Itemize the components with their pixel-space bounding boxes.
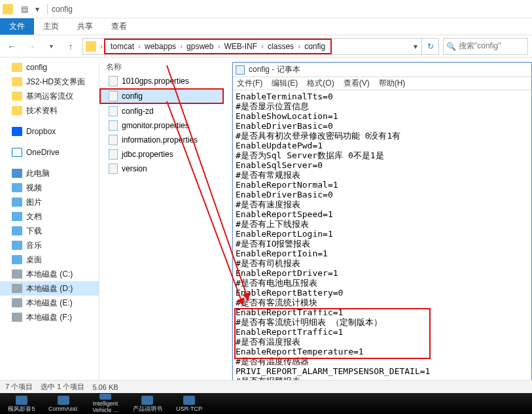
recent-dropdown[interactable]: ▾ (43, 39, 59, 54)
app-icon (183, 396, 195, 405)
tree-lib[interactable]: 文档 (0, 209, 99, 224)
separator (47, 4, 48, 14)
notepad-content[interactable]: EnableTerminalTts=0 #是否显示位置信息 EnableShow… (233, 90, 531, 402)
tree-label: 本地磁盘 (F:) (26, 312, 72, 323)
address-bar[interactable]: › tomcat› webapps› gpsweb› WEB-INF› clas… (82, 38, 439, 55)
pc-icon (12, 169, 22, 178)
taskbar-app[interactable]: 模风影音5 (1, 394, 42, 413)
videos-icon (12, 183, 22, 192)
file-list: 名称 1010gps.properties config config-zd g… (99, 58, 224, 380)
chevron-right-icon[interactable]: › (216, 42, 221, 51)
up-button[interactable]: ↑ (63, 39, 79, 54)
properties-icon[interactable]: ▤ (18, 3, 30, 15)
tree-label: 音乐 (26, 240, 42, 251)
onedrive-icon (12, 148, 22, 157)
tree-this-pc[interactable]: 此电脑 (0, 166, 99, 181)
tree-lib[interactable]: 桌面 (0, 252, 99, 267)
menu-view[interactable]: 查看(V) (344, 78, 370, 89)
file-row[interactable]: config (99, 88, 224, 104)
chevron-right-icon[interactable]: › (179, 42, 184, 51)
menu-file[interactable]: 文件(F) (237, 78, 262, 89)
tree-label: Dropbox (26, 127, 56, 136)
tree-onedrive[interactable]: OneDrive (0, 145, 99, 160)
breadcrumb: tomcat› webapps› gpsweb› WEB-INF› classe… (104, 39, 332, 54)
app-icon (141, 396, 153, 405)
tree-drive[interactable]: 本地磁盘 (D:) (0, 281, 99, 296)
qat-dropdown-icon[interactable]: ▾ (31, 3, 43, 15)
search-icon: 🔍 (446, 42, 456, 51)
tree-label: 文档 (26, 211, 42, 222)
file-icon (109, 164, 118, 174)
file-row[interactable]: information.properties (99, 133, 224, 147)
taskbar: 模风影音5 CommAssi: Intelligent Vehicle ... … (0, 393, 532, 414)
file-row[interactable]: version (99, 162, 224, 176)
tree-label: 桌面 (26, 254, 42, 266)
app-label: Intelligent Vehicle ... (85, 400, 126, 413)
refresh-button[interactable]: ↻ (421, 39, 438, 54)
tree-folder[interactable]: 基鸿运客流仪 (0, 89, 99, 103)
tree-folder[interactable]: JS2-HD英文界面 (0, 75, 99, 89)
app-icon (16, 396, 27, 405)
tree-lib[interactable]: 图片 (0, 195, 99, 209)
taskbar-app[interactable]: 产品说明书 (127, 394, 168, 413)
forward-button[interactable]: → (24, 39, 39, 54)
drive-icon (12, 313, 22, 322)
file-icon (109, 91, 118, 101)
taskbar-app[interactable]: Intelligent Vehicle ... (85, 394, 126, 413)
ribbon-file-tab[interactable]: 文件 (0, 18, 34, 35)
file-icon (109, 135, 118, 145)
chevron-right-icon[interactable]: › (137, 42, 142, 51)
chevron-right-icon[interactable]: › (260, 42, 265, 51)
ribbon-tab-view[interactable]: 查看 (102, 18, 136, 35)
crumb[interactable]: webapps (142, 42, 179, 51)
tree-lib[interactable]: 视频 (0, 181, 99, 195)
menu-format[interactable]: 格式(O) (307, 78, 334, 89)
back-button[interactable]: ← (4, 39, 20, 54)
window-titlebar: ▤ ▾ config (0, 0, 532, 18)
search-input[interactable]: 🔍 搜索"config" (443, 38, 528, 55)
notepad-menubar: 文件(F) 编辑(E) 格式(O) 查看(V) 帮助(H) (233, 77, 531, 90)
drive-icon (12, 284, 22, 293)
column-header-name[interactable]: 名称 (99, 60, 224, 74)
chevron-right-icon[interactable]: › (99, 42, 104, 51)
address-dropdown[interactable]: ▾ (410, 42, 421, 51)
taskbar-app[interactable]: USR-TCP (169, 394, 209, 413)
file-row[interactable]: gmonitor.properties (99, 118, 224, 133)
crumb[interactable]: config (302, 42, 328, 51)
file-name: version (122, 164, 147, 173)
file-name: jdbc.properties (122, 150, 173, 159)
chevron-right-icon[interactable]: › (296, 42, 302, 51)
crumb[interactable]: classes (265, 42, 296, 51)
crumb[interactable]: WEB-INF (221, 42, 260, 51)
crumb[interactable]: gpsweb (184, 42, 216, 51)
tree-drive[interactable]: 本地磁盘 (C:) (0, 267, 99, 281)
file-row[interactable]: 1010gps.properties (99, 74, 224, 88)
ribbon-tab-share[interactable]: 共享 (68, 18, 102, 35)
tree-lib[interactable]: 音乐 (0, 238, 99, 252)
file-name: information.properties (122, 135, 198, 145)
tree-label: JS2-HD英文界面 (26, 77, 85, 88)
menu-edit[interactable]: 编辑(E) (272, 78, 298, 89)
ribbon-tab-home[interactable]: 主页 (34, 18, 68, 35)
notepad-titlebar[interactable]: config - 记事本 (233, 63, 531, 77)
folder-icon (3, 4, 13, 14)
menu-help[interactable]: 帮助(H) (379, 78, 406, 89)
tree-drive[interactable]: 本地磁盘 (E:) (0, 296, 99, 310)
file-row[interactable]: config-zd (99, 104, 224, 118)
search-placeholder: 搜索"config" (459, 41, 501, 52)
taskbar-app[interactable]: CommAssi: (43, 394, 84, 413)
file-row[interactable]: jdbc.properties (99, 147, 224, 162)
crumb[interactable]: tomcat (108, 42, 137, 51)
folder-icon (86, 41, 96, 52)
file-icon (109, 120, 118, 131)
tree-dropbox[interactable]: Dropbox (0, 124, 99, 139)
folder-icon (12, 77, 22, 86)
tree-drive[interactable]: 本地磁盘 (F:) (0, 310, 99, 324)
folder-icon (12, 63, 22, 72)
tree-label: 图片 (26, 197, 42, 208)
nav-row: ← → ▾ ↑ › tomcat› webapps› gpsweb› WEB-I… (0, 35, 532, 58)
tree-folder[interactable]: config (0, 60, 99, 75)
file-name: 1010gps.properties (122, 77, 189, 86)
tree-folder[interactable]: 技术资料 (0, 103, 99, 118)
tree-lib[interactable]: 下载 (0, 224, 99, 238)
